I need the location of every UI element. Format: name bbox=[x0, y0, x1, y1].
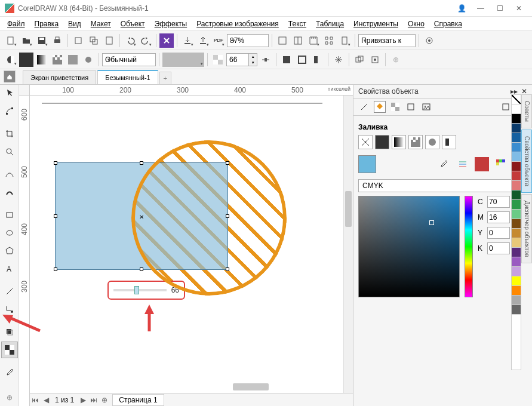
page-first[interactable]: ⏮ bbox=[30, 396, 41, 404]
magenta-input[interactable] bbox=[487, 211, 510, 223]
minimize-button[interactable]: — bbox=[472, 2, 489, 14]
home-tab-button[interactable] bbox=[4, 70, 16, 82]
fill-tab-icon[interactable] bbox=[374, 101, 386, 113]
shape-tool[interactable] bbox=[1, 103, 18, 119]
palette-swatch[interactable] bbox=[512, 143, 521, 152]
palette-swatch[interactable] bbox=[512, 267, 521, 276]
horizontal-ruler[interactable]: 100 200 300 400 500 пикселей bbox=[30, 85, 353, 96]
palette-swatch[interactable] bbox=[512, 296, 521, 305]
edit-transparency-button[interactable] bbox=[368, 53, 382, 67]
welcome-tab[interactable]: Экран приветствия bbox=[23, 70, 96, 84]
pick-tool[interactable] bbox=[1, 85, 18, 102]
search-button[interactable] bbox=[159, 33, 174, 48]
apply-fill-button[interactable] bbox=[295, 53, 309, 67]
palette-swatch[interactable] bbox=[512, 114, 521, 124]
transparency-tool[interactable] bbox=[1, 342, 18, 358]
apply-all-button[interactable] bbox=[279, 53, 294, 67]
copy-button[interactable] bbox=[87, 33, 101, 48]
pattern-fill-button[interactable] bbox=[408, 135, 423, 149]
object-manager-docker-tab[interactable]: Диспетчер объектов bbox=[521, 194, 532, 263]
import-button[interactable] bbox=[180, 33, 195, 48]
copy-transparency-button[interactable] bbox=[352, 53, 367, 67]
palette-swatch[interactable] bbox=[512, 190, 521, 200]
palette-swatch[interactable] bbox=[512, 276, 521, 286]
menu-edit[interactable]: Правка bbox=[30, 20, 64, 28]
options-button[interactable] bbox=[422, 33, 436, 48]
blend-mode-combo[interactable]: Обычный▾ bbox=[102, 53, 156, 66]
uniform-fill-button[interactable] bbox=[375, 135, 389, 149]
color-sliders-icon[interactable] bbox=[456, 157, 470, 171]
zoom-combo[interactable]: 87%▾ bbox=[227, 34, 269, 47]
color-viewer-icon[interactable] bbox=[475, 157, 489, 171]
paste-button[interactable] bbox=[102, 33, 116, 48]
new-tab-button[interactable]: + bbox=[159, 72, 171, 84]
palette-swatch[interactable] bbox=[512, 257, 521, 267]
palette-swatch[interactable] bbox=[512, 171, 521, 181]
palette-swatch[interactable] bbox=[512, 200, 521, 210]
page-next[interactable]: ▶ bbox=[78, 396, 88, 404]
ruler-corner[interactable] bbox=[19, 85, 30, 96]
bitmap-tab-icon[interactable] bbox=[420, 101, 432, 113]
panel-mode-1-icon[interactable] bbox=[500, 101, 512, 113]
palette-swatch[interactable] bbox=[512, 133, 521, 143]
black-input[interactable] bbox=[487, 242, 510, 254]
menu-object[interactable]: Объект bbox=[116, 20, 150, 28]
zoom-tool[interactable] bbox=[1, 143, 18, 160]
texture-transparency-button[interactable] bbox=[66, 53, 80, 67]
undo-button[interactable] bbox=[123, 33, 137, 48]
slider-thumb[interactable] bbox=[134, 286, 139, 294]
user-icon[interactable]: 👤 bbox=[453, 2, 470, 14]
new-button[interactable] bbox=[4, 33, 18, 48]
eyedropper-icon[interactable] bbox=[436, 157, 451, 171]
page-tab-1[interactable]: Страница 1 bbox=[112, 394, 164, 406]
page-last[interactable]: ⏭ bbox=[88, 396, 99, 404]
hscroll-thumb[interactable] bbox=[233, 383, 269, 390]
guides-button[interactable] bbox=[322, 33, 336, 48]
freeze-button[interactable] bbox=[331, 53, 346, 67]
transparency-picker-button[interactable] bbox=[162, 53, 204, 67]
cyan-input[interactable] bbox=[487, 196, 510, 208]
no-fill-button[interactable] bbox=[358, 135, 373, 149]
rulers-button[interactable] bbox=[306, 33, 321, 48]
palette-swatch[interactable] bbox=[512, 181, 521, 190]
print-button[interactable] bbox=[50, 33, 64, 48]
menu-help[interactable]: Справка bbox=[429, 20, 467, 28]
palette-swatch[interactable] bbox=[512, 210, 521, 219]
text-tool[interactable]: A bbox=[1, 260, 18, 277]
current-fill-swatch[interactable] bbox=[358, 155, 376, 173]
hints-docker-tab[interactable]: Советы bbox=[521, 94, 532, 128]
fountain-fill-button[interactable] bbox=[392, 135, 406, 149]
menu-bitmaps[interactable]: Растровые изображения bbox=[192, 20, 284, 28]
menu-effects[interactable]: Эффекты bbox=[150, 20, 192, 28]
palette-swatch[interactable] bbox=[512, 219, 521, 229]
dimension-tool[interactable] bbox=[1, 283, 18, 300]
palette-swatch[interactable] bbox=[512, 104, 521, 114]
circle-object[interactable] bbox=[131, 140, 287, 296]
pattern-transparency-button[interactable] bbox=[50, 53, 64, 67]
crop-tool[interactable] bbox=[1, 125, 18, 142]
palette-swatch[interactable] bbox=[512, 238, 521, 248]
menu-text[interactable]: Текст bbox=[284, 20, 311, 28]
fountain-transparency-button[interactable] bbox=[35, 53, 49, 67]
properties-docker-tab[interactable]: Свойства объекта bbox=[521, 130, 532, 193]
apply-outline-button[interactable] bbox=[310, 53, 325, 67]
vertical-ruler[interactable]: 600 500 400 300 bbox=[19, 96, 30, 406]
opacity-slider-button[interactable] bbox=[259, 53, 273, 67]
snap-combo[interactable]: Привязать к▾ bbox=[358, 34, 416, 47]
grid-button[interactable] bbox=[291, 33, 305, 48]
save-button[interactable] bbox=[35, 33, 49, 48]
menu-file[interactable]: Файл bbox=[2, 20, 30, 28]
menu-layout[interactable]: Макет bbox=[86, 20, 116, 28]
menu-tools[interactable]: Инструменты bbox=[349, 20, 403, 28]
outline-tab-icon[interactable] bbox=[358, 101, 370, 113]
close-button[interactable]: ✕ bbox=[511, 2, 527, 14]
eyedropper-tool[interactable] bbox=[1, 364, 18, 381]
rectangle-tool[interactable] bbox=[1, 207, 18, 223]
kaleidoscope-button[interactable] bbox=[81, 53, 96, 67]
page-add[interactable]: ⊕ bbox=[99, 396, 110, 404]
vertical-scrollbar[interactable] bbox=[343, 96, 353, 393]
fullscreen-button[interactable] bbox=[275, 33, 290, 48]
open-button[interactable] bbox=[19, 33, 33, 48]
paragraph-tab-icon[interactable] bbox=[405, 101, 417, 113]
freehand-tool[interactable] bbox=[1, 166, 18, 183]
